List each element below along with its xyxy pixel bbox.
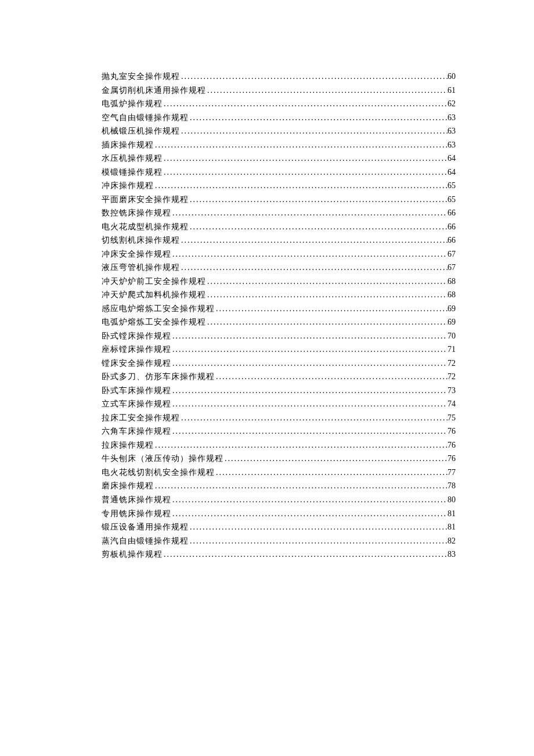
toc-title: 蒸汽自由锻锤操作规程 xyxy=(102,534,189,548)
toc-page-number: 72 xyxy=(448,370,456,384)
toc-title: 六角车床操作规程 xyxy=(102,424,171,438)
toc-page-number: 83 xyxy=(448,548,456,561)
toc-leader xyxy=(154,479,448,493)
toc-leader xyxy=(180,261,448,275)
toc-page-number: 64 xyxy=(448,165,456,179)
toc-entry: 水压机操作规程64 xyxy=(102,152,456,165)
toc-page-number: 68 xyxy=(448,275,456,289)
toc-leader xyxy=(154,138,448,152)
toc-title: 普通铣床操作规程 xyxy=(102,493,171,507)
toc-leader xyxy=(171,357,448,370)
toc-title: 镗床安全操作规程 xyxy=(102,357,171,370)
toc-entry: 镗床安全操作规程72 xyxy=(102,357,456,370)
toc-title: 冲天炉炉前工安全操作规程 xyxy=(102,275,206,289)
toc-entry: 卧式镗床操作规程70 xyxy=(102,329,456,343)
toc-title: 座标镗床操作规程 xyxy=(102,343,171,357)
toc-leader xyxy=(206,315,448,329)
toc-leader xyxy=(206,84,448,98)
toc-leader xyxy=(171,329,448,343)
toc-leader xyxy=(223,452,448,466)
toc-entry: 卧式车床操作规程73 xyxy=(102,384,456,398)
toc-leader xyxy=(180,233,448,247)
toc-title: 冲天炉爬式加料机操作规程 xyxy=(102,288,206,302)
toc-leader xyxy=(180,124,448,138)
toc-entry: 锻压设备通用操作规程81 xyxy=(102,520,456,534)
toc-entry: 冲床安全操作规程67 xyxy=(102,247,456,261)
toc-leader xyxy=(163,165,448,179)
toc-leader xyxy=(163,97,448,111)
toc-title: 金属切削机床通用操作规程 xyxy=(102,84,206,98)
toc-title: 电火花成型机操作规程 xyxy=(102,220,189,234)
toc-title: 卧式镗床操作规程 xyxy=(102,329,171,343)
toc-page-number: 76 xyxy=(448,424,456,438)
toc-leader xyxy=(171,397,448,411)
toc-entry: 模锻锤操作规程64 xyxy=(102,165,456,179)
toc-leader xyxy=(215,370,448,384)
toc-leader xyxy=(163,548,448,561)
toc-page-number: 82 xyxy=(448,534,456,548)
toc-leader xyxy=(215,302,448,316)
toc-page-number: 81 xyxy=(448,520,456,534)
toc-entry: 拉床工安全操作规程75 xyxy=(102,411,456,425)
toc-entry: 牛头刨床（液压传动）操作规程76 xyxy=(102,452,456,466)
toc-entry: 座标镗床操作规程71 xyxy=(102,343,456,357)
toc-page-number: 77 xyxy=(448,466,456,480)
toc-entry: 空气自由锻锤操作规程63 xyxy=(102,111,456,125)
toc-entry: 切线割机床操作规程66 xyxy=(102,233,456,247)
toc-entry: 普通铣床操作规程80 xyxy=(102,493,456,507)
toc-entry: 液压弯管机操作规程67 xyxy=(102,261,456,275)
toc-entry: 数控铣床操作规程66 xyxy=(102,206,456,220)
toc-entry: 电弧炉熔炼工安全操作规程69 xyxy=(102,315,456,329)
toc-title: 插床操作规程 xyxy=(102,138,154,152)
toc-leader xyxy=(171,507,448,521)
toc-page-number: 74 xyxy=(448,397,456,411)
toc-leader xyxy=(189,193,448,207)
toc-page-number: 73 xyxy=(448,384,456,398)
toc-leader xyxy=(189,111,448,125)
toc-title: 抛丸室安全操作规程 xyxy=(102,70,180,84)
toc-entry: 磨床操作规程78 xyxy=(102,479,456,493)
toc-page-number: 63 xyxy=(448,138,456,152)
toc-page-number: 64 xyxy=(448,152,456,165)
toc-page-number: 66 xyxy=(448,233,456,247)
toc-leader xyxy=(171,343,448,357)
toc-entry: 冲天炉炉前工安全操作规程68 xyxy=(102,275,456,289)
toc-title: 专用铣床操作规程 xyxy=(102,507,171,521)
toc-entry: 剪板机操作规程83 xyxy=(102,548,456,561)
toc-page-number: 63 xyxy=(448,124,456,138)
toc-entry: 专用铣床操作规程81 xyxy=(102,507,456,521)
toc-entry: 蒸汽自由锻锤操作规程82 xyxy=(102,534,456,548)
toc-entry: 电火花线切割机安全操作规程77 xyxy=(102,466,456,480)
table-of-contents: 抛丸室安全操作规程60金属切削机床通用操作规程61电弧炉操作规程62空气自由锻锤… xyxy=(102,70,456,561)
toc-page-number: 75 xyxy=(448,411,456,425)
toc-page-number: 63 xyxy=(448,111,456,125)
toc-title: 牛头刨床（液压传动）操作规程 xyxy=(102,452,223,466)
toc-page-number: 69 xyxy=(448,302,456,316)
toc-entry: 机械锻压机操作规程63 xyxy=(102,124,456,138)
toc-page-number: 65 xyxy=(448,193,456,207)
toc-leader xyxy=(171,384,448,398)
toc-leader xyxy=(180,70,448,84)
toc-entry: 立式车床操作规程74 xyxy=(102,397,456,411)
toc-page-number: 71 xyxy=(448,343,456,357)
toc-title: 卧式多刀、仿形车床操作规程 xyxy=(102,370,215,384)
toc-page-number: 69 xyxy=(448,315,456,329)
toc-leader xyxy=(163,152,448,165)
toc-title: 锻压设备通用操作规程 xyxy=(102,520,189,534)
toc-entry: 金属切削机床通用操作规程61 xyxy=(102,84,456,98)
toc-title: 电火花线切割机安全操作规程 xyxy=(102,466,215,480)
toc-entry: 冲床操作规程65 xyxy=(102,179,456,193)
toc-entry: 电火花成型机操作规程66 xyxy=(102,220,456,234)
toc-leader xyxy=(189,520,448,534)
toc-title: 切线割机床操作规程 xyxy=(102,233,180,247)
toc-leader xyxy=(180,411,448,425)
toc-title: 磨床操作规程 xyxy=(102,479,154,493)
toc-page-number: 67 xyxy=(448,247,456,261)
toc-leader xyxy=(171,493,448,507)
toc-entry: 插床操作规程63 xyxy=(102,138,456,152)
toc-title: 液压弯管机操作规程 xyxy=(102,261,180,275)
toc-leader xyxy=(171,206,448,220)
toc-title: 水压机操作规程 xyxy=(102,152,163,165)
toc-title: 数控铣床操作规程 xyxy=(102,206,171,220)
toc-page-number: 81 xyxy=(448,507,456,521)
